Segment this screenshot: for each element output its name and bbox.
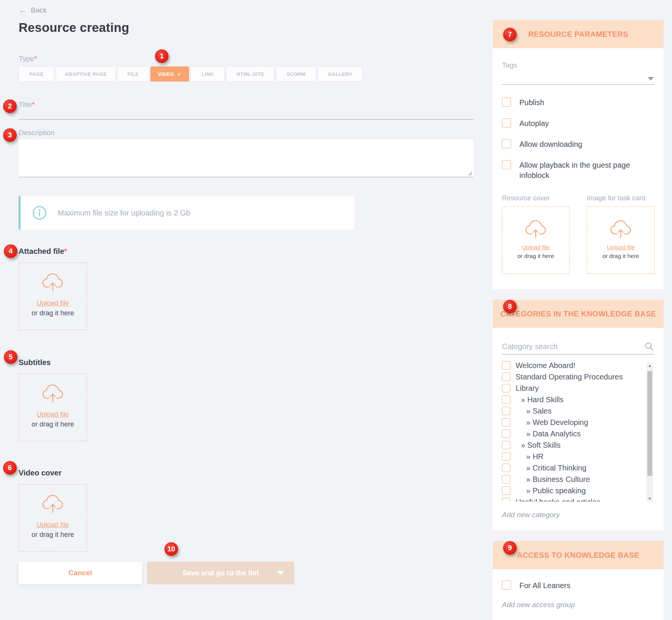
checkbox[interactable] <box>502 395 510 404</box>
category-row-hr[interactable]: » HR <box>502 451 644 462</box>
checkbox[interactable] <box>502 373 510 381</box>
save-dropdown-icon[interactable] <box>277 571 284 575</box>
search-icon <box>645 342 654 351</box>
tab-label: FILE <box>128 71 139 77</box>
upload-file-link[interactable]: Upload file <box>36 520 69 530</box>
checkbox[interactable] <box>502 118 511 127</box>
category-row-welcome-aboard[interactable]: Welcome Aboard! <box>502 360 644 371</box>
type-tab-scorm[interactable]: SCORM <box>276 66 316 82</box>
tags-field: Tags <box>502 61 655 85</box>
cancel-button[interactable]: Cancel <box>19 562 142 584</box>
checkbox[interactable] <box>502 384 510 392</box>
type-tab-adaptive-page[interactable]: ADAPTIVE PAGE <box>56 66 116 82</box>
image-for-task-card-dropzone[interactable]: Upload fileor drag it here <box>587 206 655 274</box>
checkbox[interactable] <box>502 139 511 148</box>
category-row-hard-skills[interactable]: » Hard Skills <box>502 394 644 405</box>
type-tab-link[interactable]: LINK <box>191 66 225 82</box>
checkbox[interactable] <box>502 452 510 461</box>
access-options: For All Leaners <box>502 581 655 591</box>
description-textarea[interactable] <box>19 139 473 177</box>
tags-select[interactable] <box>502 69 655 85</box>
category-row-business-culture[interactable]: » Business Culture <box>502 474 644 485</box>
resource-form: ← Back Resource creating Type* PAGEADAPT… <box>19 6 473 584</box>
attached-file-dropzone[interactable]: Upload fileor drag it here <box>19 263 87 330</box>
option-row-for-all-leaners[interactable]: For All Leaners <box>502 581 655 591</box>
scrollbar-up-icon[interactable]: ▲ <box>647 363 653 369</box>
scrollbar-thumb[interactable] <box>647 371 652 476</box>
category-row-web-developing[interactable]: » Web Developing <box>502 417 644 428</box>
checkbox-label: Autoplay <box>519 118 549 129</box>
category-row-sales[interactable]: » Sales <box>502 405 644 417</box>
checkbox[interactable] <box>502 498 510 502</box>
upload-file-link[interactable]: Upload file <box>607 243 634 252</box>
checkbox[interactable] <box>502 464 510 472</box>
type-tab-html-site[interactable]: HTML-SITE <box>226 66 274 82</box>
tags-label: Tags <box>502 61 655 69</box>
attached-file-upload-slot: Upload fileor drag it here <box>19 263 473 330</box>
checkbox[interactable] <box>502 486 510 495</box>
chevron-down-icon[interactable] <box>648 77 654 80</box>
option-row-allow-playback-in-the-guest-page-infoblock[interactable]: Allow playback in the guest page infoblo… <box>502 160 655 181</box>
category-label: » Hard Skills <box>521 395 563 404</box>
annotation-badge-1: 1 <box>155 49 169 63</box>
category-row-data-analytics[interactable]: » Data Analytics <box>502 428 644 439</box>
upload-hint-text: or drag it here <box>603 252 639 260</box>
checkbox-label: Allow playback in the guest page infoblo… <box>519 160 655 181</box>
upload-file-link[interactable]: Upload file <box>522 243 549 252</box>
category-search-input[interactable] <box>502 339 655 354</box>
checkbox[interactable] <box>502 361 510 370</box>
resource-cover-dropzone[interactable]: Upload fileor drag it here <box>502 206 569 274</box>
checkbox-label: For All Leaners <box>519 581 571 591</box>
annotation-badge-5: 5 <box>4 350 17 364</box>
back-label: Back <box>31 6 47 14</box>
save-button-label: Save and go to the list <box>182 569 259 577</box>
categories-scrollbar[interactable]: ▲ ▼ <box>647 363 653 502</box>
checkbox[interactable] <box>502 581 511 590</box>
category-row-critical-thinking[interactable]: » Critical Thinking <box>502 462 644 474</box>
option-row-publish[interactable]: Publish <box>502 98 655 108</box>
type-tab-gallery[interactable]: GALLERY <box>318 66 363 82</box>
scrollbar-down-icon[interactable]: ▼ <box>647 496 653 502</box>
tab-label: ADAPTIVE PAGE <box>65 71 107 77</box>
checkbox[interactable] <box>502 475 510 483</box>
checkbox[interactable] <box>502 160 511 169</box>
description-field <box>19 139 473 177</box>
checkbox[interactable] <box>502 98 511 107</box>
type-tab-video[interactable]: VIDEO✓ <box>150 66 189 82</box>
checkbox-label: Allow downloading <box>519 139 582 149</box>
back-arrow-icon: ← <box>19 6 27 14</box>
add-new-category-link[interactable]: Add new category <box>502 502 560 530</box>
upload-hint-text: or drag it here <box>32 530 74 540</box>
checkbox[interactable] <box>502 441 510 449</box>
checkbox[interactable] <box>502 418 510 426</box>
resize-handle-icon[interactable] <box>468 171 472 176</box>
category-row-library[interactable]: Library <box>502 382 644 394</box>
save-button[interactable]: Save and go to the list <box>147 562 294 584</box>
option-row-allow-downloading[interactable]: Allow downloading <box>502 139 655 149</box>
type-tab-file[interactable]: FILE <box>117 66 149 82</box>
upload-file-link[interactable]: Upload file <box>36 409 69 419</box>
upload-cloud-icon <box>42 272 64 292</box>
subtitles-heading: Subtitles <box>19 358 473 367</box>
checkbox[interactable] <box>502 430 510 438</box>
video-cover-dropzone[interactable]: Upload fileor drag it here <box>19 484 87 552</box>
category-row-public-speaking[interactable]: » Public speaking <box>502 485 644 496</box>
required-asterisk: * <box>34 55 37 63</box>
info-icon <box>32 205 47 220</box>
back-link[interactable]: ← Back <box>19 6 47 14</box>
category-row-useful-books-and-articles[interactable]: Useful books and articles <box>502 496 644 502</box>
checkbox[interactable] <box>502 407 510 415</box>
cover-label: Resource cover <box>502 194 569 202</box>
category-row-standard-operating-procedures[interactable]: Standard Operating Procedures <box>502 371 644 382</box>
type-tab-page[interactable]: PAGE <box>19 66 54 82</box>
option-row-autoplay[interactable]: Autoplay <box>502 118 655 129</box>
upload-file-link[interactable]: Upload file <box>36 298 69 308</box>
add-new-access-group-link[interactable]: Add new access group <box>502 592 575 620</box>
parameter-options: PublishAutoplayAllow downloadingAllow pl… <box>502 98 655 181</box>
tab-label: VIDEO <box>158 71 174 77</box>
subtitles-dropzone[interactable]: Upload fileor drag it here <box>19 374 87 441</box>
title-input[interactable] <box>19 101 473 119</box>
upload-cloud-icon <box>42 494 64 514</box>
category-label: Library <box>516 384 539 393</box>
category-row-soft-skills[interactable]: » Soft Skills <box>502 439 644 451</box>
